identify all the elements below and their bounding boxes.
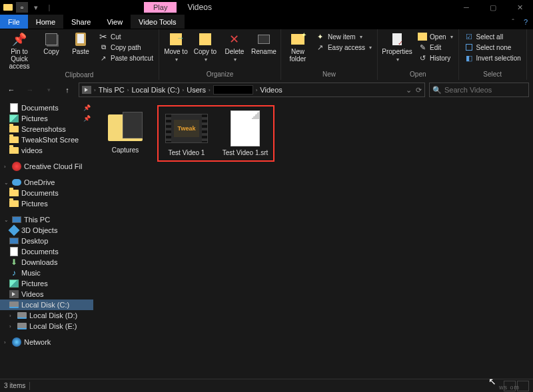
up-button[interactable]: ↑ bbox=[60, 83, 75, 97]
sidebar-item-pc-documents[interactable]: Documents bbox=[0, 246, 93, 257]
breadcrumb-videos[interactable]: Videos bbox=[260, 86, 282, 94]
chevron-right-icon[interactable]: › bbox=[9, 313, 15, 319]
refresh-button[interactable]: ⟳ bbox=[416, 86, 422, 95]
paste-button[interactable]: Paste bbox=[67, 31, 95, 57]
video-thumbnail-icon: Tweak bbox=[165, 114, 208, 143]
group-new: New folder ✦New item▾ ↗Easy access▾ New bbox=[281, 29, 378, 80]
desktop-icon bbox=[9, 236, 19, 246]
file-list[interactable]: Captures Tweak Test Video 1 Test Video 1… bbox=[93, 100, 533, 379]
search-icon: 🔍 bbox=[432, 86, 442, 95]
sidebar-item-onedrive[interactable]: ⌄OneDrive bbox=[0, 177, 93, 188]
sidebar-item-3d-objects[interactable]: 3D Objects bbox=[0, 225, 93, 236]
sidebar-item-local-disk-c[interactable]: Local Disk (C:) bbox=[0, 299, 93, 310]
new-folder-button[interactable]: New folder bbox=[284, 31, 312, 64]
tab-home[interactable]: Home bbox=[28, 15, 63, 29]
sidebar-item-pc-pictures[interactable]: Pictures bbox=[0, 278, 93, 289]
item-count: 3 items bbox=[4, 382, 25, 389]
select-none-icon bbox=[464, 43, 474, 52]
file-item-test-video[interactable]: Tweak Test Video 1 bbox=[160, 108, 213, 159]
easy-access-button[interactable]: ↗Easy access▾ bbox=[316, 43, 372, 52]
open-icon bbox=[418, 32, 427, 41]
copy-icon bbox=[45, 33, 57, 45]
chevron-down-icon[interactable]: ⌄ bbox=[4, 217, 9, 223]
file-item-test-video-srt[interactable]: Test Video 1.srt bbox=[219, 108, 272, 159]
chevron-right-icon[interactable]: › bbox=[127, 87, 129, 93]
help-button[interactable]: ? bbox=[518, 15, 533, 29]
search-input[interactable] bbox=[444, 86, 526, 94]
context-tab-header: Play bbox=[144, 2, 177, 13]
qat-dropdown[interactable]: ▾ bbox=[31, 2, 41, 13]
sidebar-item-pc-videos[interactable]: Videos bbox=[0, 289, 93, 299]
folder-icon bbox=[3, 2, 13, 13]
chevron-down-icon[interactable]: ⌄ bbox=[4, 180, 9, 186]
chevron-right-icon[interactable]: › bbox=[94, 87, 96, 93]
search-box[interactable]: 🔍 bbox=[429, 83, 529, 97]
open-button[interactable]: Open▾ bbox=[418, 32, 452, 41]
sidebar-item-pictures[interactable]: Pictures📌 bbox=[0, 113, 93, 124]
properties-icon bbox=[392, 33, 402, 45]
breadcrumb-redacted[interactable] bbox=[213, 85, 253, 95]
group-organize: Move to▾ Copy to▾ ✕Delete▾ Rename Organi… bbox=[159, 29, 281, 80]
collapse-ribbon-button[interactable]: ˆ bbox=[508, 15, 518, 29]
navigation-pane[interactable]: Documents📌 Pictures📌 Screenshotss TweakS… bbox=[0, 100, 93, 379]
chevron-right-icon[interactable]: › bbox=[256, 87, 258, 93]
edit-button[interactable]: ✎Edit bbox=[418, 43, 452, 52]
breadcrumb-drive[interactable]: Local Disk (C:) bbox=[131, 86, 179, 94]
chevron-right-icon[interactable]: › bbox=[9, 323, 15, 329]
sidebar-item-network[interactable]: ›Network bbox=[0, 337, 93, 347]
sidebar-item-videos[interactable]: videos bbox=[0, 145, 93, 156]
paste-shortcut-button[interactable]: ↗Paste shortcut bbox=[99, 53, 153, 63]
history-button[interactable]: ↺History bbox=[418, 53, 452, 63]
tab-file[interactable]: File bbox=[0, 15, 28, 29]
tab-view[interactable]: View bbox=[99, 15, 131, 29]
select-all-button[interactable]: ☑Select all bbox=[464, 32, 521, 41]
cut-button[interactable]: ✂Cut bbox=[99, 32, 153, 41]
sidebar-item-desktop[interactable]: Desktop bbox=[0, 236, 93, 246]
delete-button[interactable]: ✕Delete▾ bbox=[221, 31, 249, 64]
close-button[interactable]: ✕ bbox=[506, 0, 533, 15]
properties-button[interactable]: Properties▾ bbox=[380, 31, 414, 64]
sidebar-item-local-disk-d[interactable]: ›Local Disk (D:) bbox=[0, 310, 93, 321]
file-item-captures[interactable]: Captures bbox=[99, 105, 152, 156]
chevron-right-icon[interactable]: › bbox=[4, 339, 9, 345]
sidebar-item-screenshots[interactable]: Screenshotss bbox=[0, 124, 93, 134]
move-to-button[interactable]: Move to▾ bbox=[162, 31, 190, 64]
sidebar-item-od-pictures[interactable]: Pictures bbox=[0, 198, 93, 209]
sidebar-item-downloads[interactable]: ⬇Downloads bbox=[0, 257, 93, 268]
maximize-button[interactable]: ▢ bbox=[480, 0, 506, 15]
chevron-right-icon[interactable]: › bbox=[209, 87, 211, 93]
pin-to-quick-access-button[interactable]: 📌 Pin to Quick access bbox=[3, 31, 36, 71]
sidebar-item-this-pc[interactable]: ⌄This PC bbox=[0, 214, 93, 225]
qat-item[interactable]: ▫ bbox=[16, 2, 28, 13]
copy-button[interactable]: Copy bbox=[37, 31, 65, 57]
document-icon bbox=[9, 103, 19, 112]
rename-icon bbox=[258, 35, 270, 44]
breadcrumb-this-pc[interactable]: This PC bbox=[99, 86, 125, 94]
address-dropdown[interactable]: ⌄ bbox=[406, 86, 412, 95]
address-bar[interactable]: › This PC › Local Disk (C:) › Users › › … bbox=[79, 83, 425, 97]
forward-button[interactable]: → bbox=[23, 83, 37, 97]
copy-path-button[interactable]: ⧉Copy path bbox=[99, 43, 153, 52]
invert-selection-button[interactable]: ◧Invert selection bbox=[464, 53, 521, 63]
folder-icon bbox=[9, 124, 19, 134]
back-button[interactable]: ← bbox=[4, 83, 19, 97]
sidebar-item-documents[interactable]: Documents📌 bbox=[0, 102, 93, 113]
folder-icon bbox=[9, 188, 19, 198]
tab-share[interactable]: Share bbox=[63, 15, 99, 29]
minimize-button[interactable]: ─ bbox=[453, 0, 480, 15]
sidebar-item-tweakshot[interactable]: TweakShot Scree bbox=[0, 134, 93, 145]
new-item-button[interactable]: ✦New item▾ bbox=[316, 32, 372, 41]
video-icon bbox=[9, 290, 19, 299]
chevron-right-icon[interactable]: › bbox=[183, 87, 185, 93]
recent-dropdown[interactable]: ▾ bbox=[41, 83, 56, 97]
copy-to-button[interactable]: Copy to▾ bbox=[191, 31, 219, 64]
rename-button[interactable]: Rename bbox=[250, 31, 278, 57]
sidebar-item-od-documents[interactable]: Documents bbox=[0, 188, 93, 198]
sidebar-item-creative-cloud[interactable]: ›Creative Cloud Fil bbox=[0, 161, 93, 172]
select-none-button[interactable]: Select none bbox=[464, 43, 521, 52]
sidebar-item-music[interactable]: ♪Music bbox=[0, 268, 93, 278]
chevron-right-icon[interactable]: › bbox=[4, 164, 9, 170]
sidebar-item-local-disk-e[interactable]: ›Local Disk (E:) bbox=[0, 321, 93, 331]
breadcrumb-users[interactable]: Users bbox=[187, 86, 206, 94]
tab-video-tools[interactable]: Video Tools bbox=[131, 15, 184, 29]
